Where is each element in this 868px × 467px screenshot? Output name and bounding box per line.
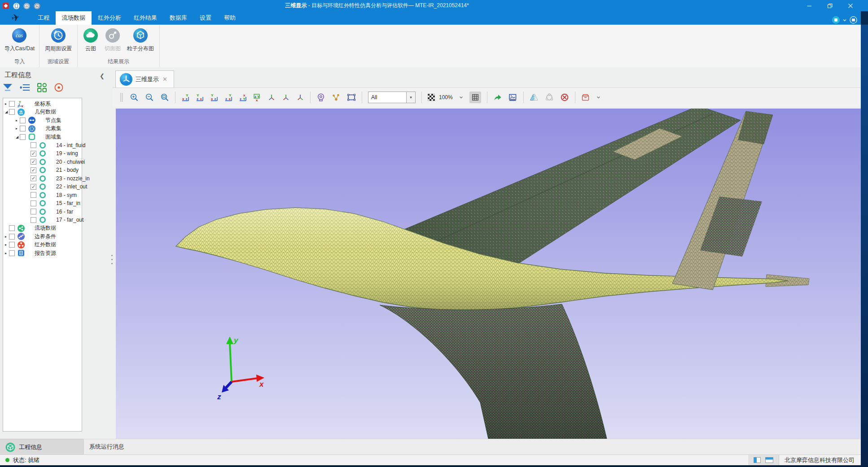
document-tab[interactable]: 三维显示 ✕	[115, 70, 174, 87]
tree-checkbox[interactable]	[31, 209, 36, 214]
tree-checkbox[interactable]	[31, 217, 36, 223]
menu-tab-设置[interactable]: 设置	[193, 11, 218, 25]
minimize-button[interactable]	[799, 0, 820, 11]
view-iso-3-icon[interactable]	[296, 93, 304, 101]
ribbon-button-导入Cas/Dat[interactable]: cas导入Cas/Dat	[2, 28, 37, 52]
zoom-in-icon[interactable]	[130, 93, 139, 102]
tree-item-16 - far[interactable]: 16 - far	[3, 208, 82, 216]
package-icon[interactable]	[581, 93, 590, 101]
theme-filled-icon[interactable]	[832, 16, 840, 24]
tree-item-15 - far_in[interactable]: 15 - far_in	[3, 199, 82, 208]
tree-checkbox[interactable]: ✓	[31, 159, 36, 165]
tree-checkbox[interactable]	[20, 134, 26, 140]
dropdown-caret[interactable]	[459, 96, 463, 99]
close-button[interactable]	[840, 0, 861, 11]
tree-expand-icon[interactable]: ▸	[5, 235, 9, 239]
tree-checkbox[interactable]	[31, 201, 36, 206]
tree-checkbox[interactable]: ✓	[31, 175, 36, 181]
view-left-icon[interactable]: Yxz	[210, 93, 218, 101]
view-back-icon[interactable]: Yzx	[196, 93, 204, 101]
panel-bottom-tab[interactable]: 工程信息	[0, 439, 83, 455]
tree-checkbox[interactable]	[9, 242, 15, 248]
tree-item-面域集[interactable]: ◢面域集	[3, 133, 82, 141]
view-iso-1-icon[interactable]	[267, 93, 276, 101]
tree-expand-icon[interactable]: ▸	[5, 243, 9, 247]
tree-checkbox[interactable]	[9, 250, 15, 256]
tree-item-节点集[interactable]: ▸节点集	[3, 116, 82, 125]
probe-icon[interactable]	[316, 93, 325, 102]
tree-checkbox[interactable]	[20, 118, 26, 123]
clear-icon[interactable]	[560, 93, 569, 102]
tree-item-20 - chuiwei[interactable]: ✓20 - chuiwei	[3, 158, 82, 166]
zoom-out-icon[interactable]	[145, 93, 154, 102]
opacity-icon[interactable]	[428, 94, 435, 101]
tree-checkbox[interactable]: ✓	[31, 167, 36, 173]
view-iso-2-icon[interactable]	[282, 93, 290, 101]
tree-checkbox[interactable]	[20, 126, 26, 131]
tree-checkbox[interactable]: ✓	[31, 184, 36, 190]
tree-checkbox[interactable]	[9, 234, 15, 240]
export-icon[interactable]	[493, 93, 502, 101]
ribbon-button-切面图[interactable]: 切面图	[102, 28, 123, 52]
tree-checkbox[interactable]	[31, 192, 36, 198]
target-icon[interactable]	[54, 83, 65, 92]
snapshot-icon[interactable]	[509, 93, 517, 101]
viewport-3d[interactable]: y x z	[116, 109, 861, 439]
filter-icon[interactable]	[3, 83, 13, 92]
view-bottom-icon[interactable]: zYx	[253, 93, 261, 101]
collapse-panel-icon[interactable]: ❮	[100, 73, 105, 79]
tree-checkbox[interactable]	[9, 225, 15, 231]
tree-checkbox[interactable]	[9, 109, 15, 115]
menu-tab-工程[interactable]: 工程	[31, 11, 56, 25]
tree-expand-icon[interactable]: ◢	[5, 110, 9, 114]
menu-tab-数据库[interactable]: 数据库	[163, 11, 193, 25]
tree-item-红外数据[interactable]: ▸红外数据	[3, 241, 82, 249]
tree-expand-icon[interactable]: ◢	[16, 135, 20, 139]
chevron-down-icon[interactable]	[843, 18, 846, 22]
tree-item-边界条件[interactable]: ▸边界条件	[3, 232, 82, 241]
tree-item-21 - body[interactable]: ✓21 - body	[3, 166, 82, 175]
tree-checkbox[interactable]: ✓	[31, 151, 36, 157]
tree-item-17 - far_out[interactable]: 17 - far_out	[3, 216, 82, 224]
tree-item-14 - int_fluid[interactable]: 14 - int_fluid	[3, 141, 82, 150]
view-top-icon[interactable]: xzY	[239, 93, 247, 101]
ribbon-button-粒子分布图[interactable]: 粒子分布图	[124, 28, 157, 52]
drag-handle-icon[interactable]	[120, 92, 123, 103]
dropdown-caret[interactable]	[596, 96, 601, 99]
layout-bar-icon[interactable]	[765, 457, 773, 463]
chevron-down-icon[interactable]: ▾	[406, 92, 415, 103]
menu-tab-红外分析[interactable]: 红外分析	[92, 11, 127, 25]
tree-item-22 - inlet_out[interactable]: ✓22 - inlet_out	[3, 183, 82, 191]
tree-item-坐标系[interactable]: ▸Yzx坐标系	[3, 100, 82, 108]
tree-checkbox[interactable]	[9, 101, 15, 107]
menu-tab-帮助[interactable]: 帮助	[218, 11, 242, 25]
redo-icon[interactable]	[34, 3, 40, 9]
menu-tab-红外结果[interactable]: 红外结果	[127, 11, 163, 25]
outline-list-icon[interactable]	[20, 83, 31, 92]
particle-trace-icon[interactable]	[332, 93, 341, 101]
theme-outline-icon[interactable]	[850, 16, 857, 24]
tree-expand-icon[interactable]: ▸	[16, 127, 20, 131]
tree-item-报告资源[interactable]: ▸报告资源	[3, 249, 82, 258]
lasso-icon[interactable]	[545, 93, 554, 101]
mesh-toggle-icon[interactable]	[469, 92, 481, 103]
opacity-value-label[interactable]: 100%	[439, 94, 453, 100]
view-right-icon[interactable]: Yzx	[224, 93, 232, 101]
new-file-icon[interactable]	[13, 3, 20, 9]
close-icon[interactable]: ✕	[162, 76, 167, 83]
panel-splitter-handle[interactable]	[111, 255, 113, 269]
tree-item-23 - nozzle_in[interactable]: ✓23 - nozzle_in	[3, 175, 82, 183]
ribbon-button-周期面设置[interactable]: 周期面设置	[42, 28, 75, 52]
app-logo-icon[interactable]	[3, 3, 9, 9]
ribbon-button-云图[interactable]: 云图	[80, 28, 101, 52]
tree-item-19 - wing[interactable]: ✓19 - wing	[3, 149, 82, 158]
mirror-icon[interactable]	[530, 93, 539, 101]
tree-item-几何数据[interactable]: ◢几何数据	[3, 108, 82, 117]
tree-expand-icon[interactable]: ▸	[16, 118, 20, 122]
display-filter-combo[interactable]: All▾	[368, 92, 416, 103]
select-rect-icon[interactable]	[347, 93, 356, 101]
view-front-icon[interactable]: xzY	[181, 93, 189, 101]
tree-expand-icon[interactable]: ▸	[5, 251, 9, 255]
layout-split-icon[interactable]	[754, 457, 761, 463]
tree-item-流场数据[interactable]: 流场数据	[3, 224, 82, 233]
